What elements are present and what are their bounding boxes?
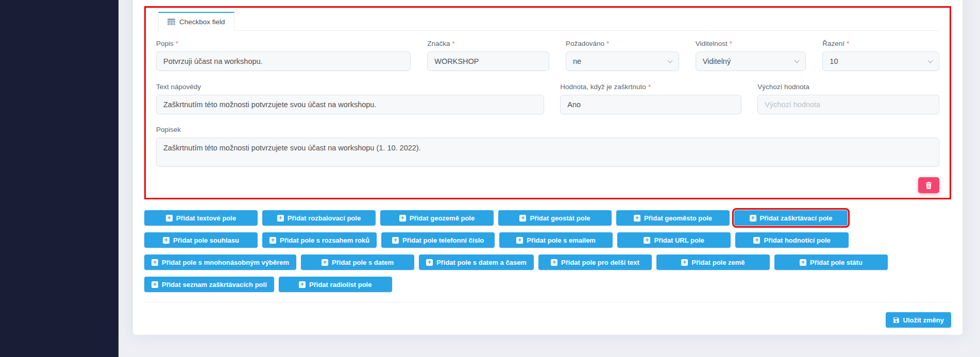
help-text-label: Text nápovědy	[156, 83, 544, 91]
add-date-field-button[interactable]: +Přidat pole s datem	[301, 254, 414, 270]
add-button-label: Přidat textové pole	[176, 214, 236, 222]
tag-input[interactable]	[427, 52, 549, 71]
add-button-label: Přidat pole s datem a časem	[436, 259, 527, 266]
checked-value-input[interactable]	[560, 95, 741, 114]
add-button-label: Přidat pole s datem	[332, 259, 394, 266]
plus-square-icon: +	[392, 237, 399, 244]
chevron-down-icon	[667, 58, 672, 63]
add-phone-field-button[interactable]: +Přidat pole telefonní číslo	[381, 232, 495, 248]
add-geocountry-field-button[interactable]: +Přidat geozemě pole	[380, 210, 494, 226]
plus-square-icon: +	[322, 259, 328, 266]
add-radiolist-field-button[interactable]: +Přidat radiolist pole	[279, 277, 392, 292]
tab-label: Checkbox field	[179, 18, 225, 26]
field-group-razeni: Řazení* 10	[822, 40, 939, 71]
add-rating-field-button[interactable]: +Přidat hodnotící pole	[735, 232, 849, 248]
field-group-vychozi-hodnota: Výchozí hodnota	[757, 83, 939, 114]
add-button-label: Přidat pole s emailem	[527, 236, 596, 244]
add-button-label: Přidat pole s rozsahem roků	[280, 236, 369, 244]
plus-square-icon: +	[634, 215, 640, 222]
add-dropdown-field-button[interactable]: +Přidat rozbalovací pole	[262, 210, 376, 226]
plus-square-icon: +	[519, 215, 526, 222]
add-checkbox-list-field-button[interactable]: +Přidat seznam zaškrtávacích polí	[144, 277, 274, 292]
add-consent-field-button[interactable]: +Přidat pole souhlasu	[144, 232, 258, 248]
add-country-field-button[interactable]: +Přidat pole země	[656, 254, 770, 270]
delete-field-button[interactable]	[918, 177, 939, 193]
add-email-field-button[interactable]: +Přidat pole s emailem	[499, 232, 613, 248]
field-group-viditelnost: Viditelnost* Viditelný	[696, 40, 806, 71]
field-group-popis: Popis*	[156, 40, 411, 71]
default-value-label: Výchozí hodnota	[757, 83, 939, 91]
add-button-label: Přidat rozbalovací pole	[288, 214, 361, 222]
help-text-input[interactable]	[156, 95, 544, 114]
plus-square-icon: +	[151, 259, 158, 266]
sidebar-nav	[0, 0, 119, 357]
add-datetime-field-button[interactable]: +Přidat pole s datem a časem	[419, 254, 534, 270]
page-background: Checkbox field Popis* Značka*	[0, 0, 980, 357]
caption-label: Popisek	[156, 126, 939, 133]
add-url-field-button[interactable]: +Přidat URL pole	[617, 232, 731, 248]
plus-square-icon: +	[750, 215, 756, 222]
save-icon	[893, 317, 900, 324]
add-geocity-field-button[interactable]: +Přidat geoměsto pole	[616, 210, 730, 226]
plus-square-icon: +	[269, 237, 276, 244]
required-marker: *	[730, 40, 732, 47]
add-button-label: Přidat pole s mnohonásobným výběrem	[162, 259, 289, 266]
ordering-select[interactable]: 10	[822, 52, 939, 71]
add-button-label: Přidat pole země	[691, 259, 745, 266]
add-year-range-field-button[interactable]: +Přidat pole s rozsahem roků	[262, 232, 377, 248]
caption-textarea[interactable]: Zaškrtnutím této možnosti potvrzujete sv…	[156, 138, 939, 167]
field-editor-card: Checkbox field Popis* Značka*	[133, 0, 962, 335]
add-multiselect-field-button[interactable]: +Přidat pole s mnohonásobným výběrem	[144, 254, 296, 270]
add-field-buttons: +Přidat textové pole +Přidat rozbalovací…	[144, 210, 951, 292]
highlighted-editor-section: Checkbox field Popis* Značka*	[144, 6, 951, 199]
plus-square-icon: +	[151, 281, 158, 288]
plus-square-icon: +	[277, 215, 284, 222]
default-value-input[interactable]	[757, 95, 939, 114]
field-group-znacka: Značka*	[427, 40, 549, 71]
save-button-label: Uložit změny	[903, 316, 944, 324]
plus-square-icon: +	[753, 237, 760, 244]
add-state-field-button[interactable]: +Přidat pole státu	[774, 254, 888, 270]
required-select-value: ne	[573, 57, 581, 65]
checkbox-field-form: Popis* Značka* Požadováno* ne	[156, 40, 939, 193]
tab-bar: Checkbox field	[156, 12, 939, 31]
plus-square-icon: +	[516, 237, 523, 244]
required-select[interactable]: ne	[566, 52, 679, 71]
ordering-label: Řazení*	[822, 40, 939, 47]
ordering-select-value: 10	[830, 57, 838, 65]
add-geostate-field-button[interactable]: +Přidat geostát pole	[498, 210, 612, 226]
chevron-down-icon	[928, 58, 933, 63]
description-input[interactable]	[156, 52, 411, 71]
main-content: Checkbox field Popis* Značka*	[119, 0, 980, 357]
add-button-label: Přidat pole souhlasu	[173, 236, 239, 244]
add-button-label: Přidat URL pole	[654, 236, 704, 244]
field-group-pozadovano: Požadováno* ne	[566, 40, 679, 71]
add-button-label: Přidat pole státu	[810, 259, 863, 266]
add-button-label: Přidat zaškrtávací pole	[760, 214, 833, 222]
required-marker: *	[648, 83, 651, 91]
required-marker: *	[606, 40, 609, 47]
visibility-select[interactable]: Viditelný	[696, 52, 806, 71]
trash-icon	[925, 182, 932, 189]
add-checkbox-field-button[interactable]: +Přidat zaškrtávací pole	[734, 210, 848, 226]
add-button-label: Přidat hodnotící pole	[764, 236, 830, 244]
plus-square-icon: +	[163, 237, 170, 244]
add-button-label: Přidat pole telefonní číslo	[402, 236, 484, 244]
add-longtext-field-button[interactable]: +Přidat pole pro delší text	[538, 254, 652, 270]
add-text-field-button[interactable]: +Přidat textové pole	[144, 210, 258, 226]
plus-square-icon: +	[299, 281, 306, 288]
field-group-popisek: Popisek Zaškrtnutím této možnosti potvrz…	[156, 126, 939, 167]
plus-square-icon: +	[681, 259, 688, 266]
description-label: Popis*	[156, 40, 411, 47]
add-button-label: Přidat pole pro delší text	[561, 259, 639, 266]
save-button[interactable]: Uložit změny	[886, 312, 951, 328]
plus-square-icon: +	[399, 215, 406, 222]
required-marker: *	[176, 40, 178, 47]
field-group-text-napovedy: Text nápovědy	[156, 83, 544, 114]
tab-checkbox-field[interactable]: Checkbox field	[158, 12, 234, 31]
add-button-label: Přidat geozemě pole	[410, 214, 475, 222]
chevron-down-icon	[795, 58, 800, 63]
add-button-label: Přidat geoměsto pole	[644, 214, 712, 222]
tag-label: Značka*	[427, 40, 549, 47]
checked-value-label: Hodnota, když je zaškrtnuto*	[560, 83, 741, 91]
